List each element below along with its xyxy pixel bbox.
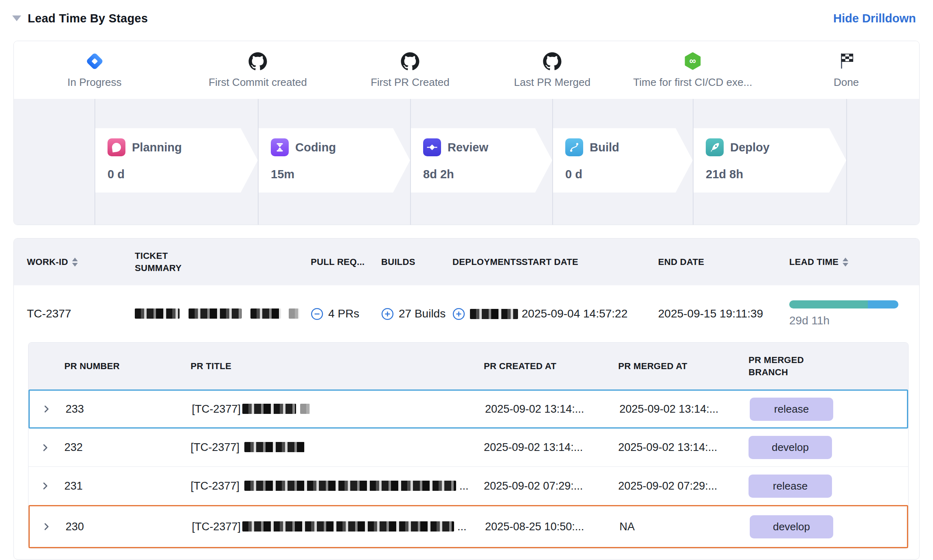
- pr-title: [TC-2377]...: [192, 521, 485, 533]
- redacted-text: [470, 309, 518, 319]
- rocket-icon: [706, 138, 724, 156]
- redacted-text: [300, 404, 310, 414]
- stage-chip-build: Build 0 d: [553, 128, 693, 192]
- milestone-first-pr: First PR Created: [333, 51, 487, 89]
- pr-merged-at: 2025-09-02 07:29:...: [618, 480, 749, 492]
- svg-text:∞: ∞: [689, 55, 696, 66]
- hourglass-icon: [271, 138, 289, 156]
- sort-icon[interactable]: [72, 258, 78, 267]
- stage-chip-planning: Planning 0 d: [95, 128, 258, 192]
- expand-deployments-icon[interactable]: [452, 308, 465, 320]
- end-date-cell: 2025-09-15 19:11:39: [658, 307, 789, 320]
- redacted-text: [244, 481, 456, 491]
- github-icon: [401, 51, 419, 71]
- checkered-flag-icon: [838, 51, 855, 71]
- work-table-row: TC-2377 4 PRs 27 Builds: [14, 285, 919, 342]
- redacted-text: [244, 442, 305, 452]
- stage-duration: 8d 2h: [423, 168, 552, 181]
- col-lead-time[interactable]: LEAD TIME: [789, 257, 906, 267]
- drilldown-header: Lead Time By Stages Hide Drilldown: [0, 0, 933, 28]
- redacted-text: [250, 308, 281, 319]
- col-pull-requests: PULL REQ...: [311, 257, 381, 267]
- builds-cell: 27 Builds: [381, 307, 452, 320]
- col-pr-number: PR NUMBER: [64, 361, 191, 372]
- jira-status-icon: [88, 51, 101, 71]
- branch-badge: release: [749, 475, 832, 498]
- lead-time-bar: [789, 300, 898, 308]
- start-date-cell: 2025-09-04 14:57:22: [522, 307, 658, 320]
- col-builds: BUILDS: [381, 257, 452, 267]
- redacted-text: [242, 521, 454, 532]
- col-work-id[interactable]: WORK-ID: [27, 257, 135, 267]
- col-ticket-summary: TICKET SUMMARY: [135, 250, 311, 274]
- pr-number: 233: [66, 403, 192, 416]
- stage-chip-coding: Coding 15m: [259, 128, 410, 192]
- redacted-text: [242, 404, 296, 414]
- branch-badge: develop: [749, 436, 832, 459]
- pr-created-at: 2025-09-02 13:14:...: [485, 403, 619, 416]
- merge-diamond-icon: [423, 138, 441, 156]
- milestone-done: Done: [769, 51, 920, 89]
- branch-badge: develop: [750, 515, 833, 538]
- pr-merged-at: NA: [619, 521, 750, 533]
- pr-merged-at: 2025-09-02 13:14:...: [618, 441, 749, 454]
- pr-table-header: PR NUMBER PR TITLE PR CREATED AT PR MERG…: [29, 343, 908, 389]
- stage-duration: 0 d: [565, 168, 693, 181]
- lead-time-cell: 29d 11h: [789, 300, 906, 327]
- collapse-prs-icon[interactable]: [311, 308, 323, 320]
- pr-created-at: 2025-09-02 07:29:...: [484, 480, 618, 492]
- col-pr-merged-branch: PR MERGED BRANCH: [749, 354, 897, 378]
- col-pr-created-at: PR CREATED AT: [484, 361, 618, 372]
- pr-title: [TC-2377]...: [191, 480, 484, 492]
- page-title: Lead Time By Stages: [28, 12, 148, 25]
- chevron-right-icon[interactable]: [41, 404, 66, 414]
- stage-duration: 0 d: [108, 168, 258, 181]
- github-icon: [248, 51, 267, 71]
- hide-drilldown-link[interactable]: Hide Drilldown: [833, 12, 916, 25]
- github-icon: [543, 51, 562, 71]
- pull-requests-cell: 4 PRs: [311, 307, 381, 320]
- col-start-date: START DATE: [522, 257, 658, 267]
- pr-created-at: 2025-08-25 10:50:...: [485, 521, 619, 533]
- work-item-table-card: WORK-ID TICKET SUMMARY PULL REQ... BUILD…: [13, 238, 920, 560]
- milestone-in-progress: In Progress: [17, 51, 172, 89]
- pr-table-row[interactable]: 233 [TC-2377] 2025-09-02 13:14:... 2025-…: [29, 389, 908, 429]
- pr-title: [TC-2377]: [192, 403, 485, 416]
- milestone-row: In Progress First Commit created First P…: [14, 41, 919, 99]
- stage-band: Planning 0 d Coding 15m: [14, 99, 919, 225]
- planning-leaf-icon: [108, 138, 125, 156]
- ticket-summary-cell: [135, 307, 311, 320]
- stage-duration: 15m: [271, 168, 410, 181]
- sort-icon[interactable]: [843, 258, 848, 267]
- pr-table-row[interactable]: 230 [TC-2377]... 2025-08-25 10:50:... NA…: [29, 505, 908, 548]
- pr-table: PR NUMBER PR TITLE PR CREATED AT PR MERG…: [28, 342, 909, 549]
- lead-time-pipeline-card: In Progress First Commit created First P…: [13, 41, 920, 225]
- pr-table-row[interactable]: 231 [TC-2377]... 2025-09-02 07:29:... 20…: [29, 467, 908, 505]
- col-pr-merged-at: PR MERGED AT: [618, 361, 749, 372]
- pr-merged-at: 2025-09-02 13:14:...: [619, 403, 750, 416]
- pr-table-row[interactable]: 232 [TC-2377] 2025-09-02 13:14:... 2025-…: [29, 429, 908, 467]
- stage-duration: 21d 8h: [706, 168, 846, 181]
- work-id-cell: TC-2377: [27, 307, 135, 320]
- stage-chip-deploy: Deploy 21d 8h: [694, 128, 846, 192]
- chevron-right-icon[interactable]: [40, 442, 64, 453]
- redacted-text: [189, 308, 241, 319]
- pr-number: 231: [64, 480, 191, 492]
- milestone-last-pr-merged: Last PR Merged: [475, 51, 630, 89]
- cicd-infinity-icon: ∞: [684, 51, 702, 71]
- milestone-first-commit: First Commit created: [180, 51, 335, 89]
- pipeline-curve-icon: [565, 138, 583, 156]
- chevron-right-icon[interactable]: [41, 521, 66, 532]
- pr-title: [TC-2377]: [191, 441, 484, 454]
- collapse-toggle-icon[interactable]: [12, 15, 21, 21]
- pr-created-at: 2025-09-02 13:14:...: [484, 441, 618, 454]
- expand-builds-icon[interactable]: [381, 308, 394, 320]
- col-pr-title: PR TITLE: [191, 361, 484, 372]
- work-table-header: WORK-ID TICKET SUMMARY PULL REQ... BUILD…: [14, 238, 919, 285]
- redacted-text: [135, 308, 180, 319]
- milestone-first-cicd: ∞ Time for first CI/CD exe...: [615, 51, 770, 89]
- redacted-text: [289, 308, 299, 319]
- stage-chip-review: Review 8d 2h: [411, 128, 552, 192]
- col-end-date: END DATE: [658, 257, 789, 267]
- chevron-right-icon[interactable]: [40, 481, 64, 491]
